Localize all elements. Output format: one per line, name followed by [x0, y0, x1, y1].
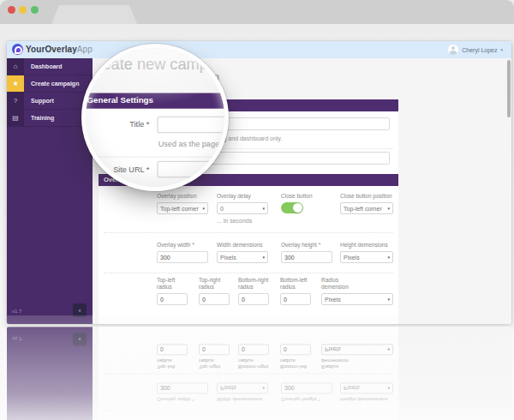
- height-dimensions-label: Height demensions: [340, 242, 393, 249]
- minimize-window-icon[interactable]: [19, 6, 27, 14]
- lens-content: YourOverlayApp Cheryl Lopez ▾ ⌂ Dashboar…: [86, 48, 224, 187]
- book-icon: ▤: [7, 110, 24, 126]
- radius-dimension-select[interactable]: Pixels▾: [321, 293, 393, 305]
- width-dimensions-label: Width demensions: [217, 242, 268, 249]
- overlay-delay-select[interactable]: 0▾: [217, 202, 268, 214]
- chevron-down-icon: ▾: [500, 47, 503, 52]
- field-radius-dimension: Radius demension Pixels▾: [321, 277, 393, 305]
- field-overlay-position: Overlay position Top-left corner▾: [157, 193, 208, 214]
- caret-down-icon: ▾: [262, 255, 265, 260]
- overlay-row-position: Overlay position Top-left corner▾ Overla…: [99, 193, 398, 236]
- sidebar-item-label: Create campaign: [24, 75, 93, 92]
- logo-text-light: App: [77, 45, 93, 54]
- close-button-toggle[interactable]: [281, 202, 303, 213]
- close-window-icon[interactable]: [8, 6, 15, 14]
- field-close-button: Close button: [281, 193, 334, 213]
- caret-down-icon: ▾: [262, 206, 265, 211]
- sidebar-item-dashboard[interactable]: ⌂ Dashboard: [7, 58, 93, 75]
- sidebar-item-support[interactable]: ? Support: [7, 93, 93, 110]
- main-content: Create new campaign General Settings Tit…: [86, 48, 224, 187]
- radius-top-left-label: Top-left radius: [157, 277, 188, 291]
- field-radius-top-left: Top-left radius: [157, 277, 188, 305]
- radius-top-right-label: Top-right radius: [199, 277, 230, 291]
- close-button-position-label: Close button position: [340, 193, 393, 200]
- question-icon: ?: [7, 93, 24, 109]
- app-window: YourOverlayApp Cheryl Lopez ▾ ⌂ Dashboar…: [86, 48, 224, 187]
- caret-down-icon: ▾: [387, 255, 390, 260]
- row-divider: [87, 157, 225, 158]
- maximize-window-icon[interactable]: [31, 6, 39, 14]
- overlay-position-select[interactable]: Top-left corner▾: [157, 202, 208, 214]
- overlay-position-label: Overlay position: [157, 193, 208, 200]
- marketing-canvas: YourOverlayApp Cheryl Lopez ▾ ⌂ Dashboar…: [0, 0, 514, 420]
- height-dimensions-select[interactable]: Pixels▾: [340, 251, 393, 263]
- browser-titlebar: [0, 0, 514, 24]
- star-icon: ★: [7, 75, 24, 92]
- field-radius-top-right: Top-right radius: [199, 277, 230, 305]
- close-button-label: Close button: [281, 193, 334, 200]
- field-height-dimensions: Height demensions Pixels▾: [340, 242, 393, 263]
- chevron-left-icon: ‹: [79, 307, 81, 315]
- caret-down-icon: ▾: [387, 297, 390, 302]
- overlay-delay-label: Overlay delay: [217, 193, 268, 200]
- app-header: YourOverlayApp Cheryl Lopez ▾: [7, 41, 511, 58]
- title-input: [157, 117, 224, 134]
- overlay-height-input[interactable]: [281, 251, 332, 263]
- sidebar: ⌂ Dashboard ★ Create campaign ? Support …: [7, 58, 93, 324]
- app-logo: YourOverlayApp: [12, 44, 93, 55]
- sidebar-item-label: Dashboard: [24, 58, 93, 75]
- overlay-row-radius: Top-left radius Top-right radius Bottom-…: [99, 277, 398, 320]
- radius-bottom-left-input[interactable]: [280, 293, 311, 305]
- user-menu[interactable]: Cheryl Lopez ▾: [448, 45, 503, 55]
- radius-top-left-input[interactable]: [157, 293, 188, 305]
- scrollbar-thumb[interactable]: [507, 60, 511, 117]
- radius-dimension-label: Radius demension: [321, 277, 361, 291]
- overlay-delay-help: ... in seconds: [217, 218, 268, 224]
- field-overlay-height: Overlay height *: [281, 242, 332, 263]
- app-logo-icon: [12, 44, 23, 55]
- title-label: Title *: [86, 120, 149, 128]
- app-version: v1.7: [12, 309, 21, 314]
- row-divider: [104, 232, 393, 233]
- window-reflection: YourOverlayApp Cheryl Lopez ▾ ⌂ Dashboar…: [7, 315, 511, 420]
- home-icon: ⌂: [7, 58, 24, 75]
- section-header-general: General Settings: [86, 93, 224, 109]
- title-help-text: Used as the page title tag and dashboard…: [158, 140, 224, 147]
- caret-down-icon: ▾: [387, 206, 390, 211]
- magnifier-lens: YourOverlayApp Cheryl Lopez ▾ ⌂ Dashboar…: [81, 44, 229, 191]
- app-logo-text: YourOverlayApp: [26, 45, 93, 54]
- radius-bottom-right-input[interactable]: [238, 293, 269, 305]
- logo-text-bold: YourOverlay: [26, 45, 77, 54]
- overlay-height-label: Overlay height *: [281, 242, 332, 249]
- user-avatar-icon: [448, 45, 458, 55]
- sidebar-item-training[interactable]: ▤ Training: [7, 110, 93, 127]
- overlay-width-label: Overlay width *: [157, 242, 208, 249]
- radius-bottom-left-label: Bottom-left radius: [280, 277, 313, 291]
- app-window: YourOverlayApp Cheryl Lopez ▾ ⌂ Dashboar…: [7, 41, 511, 324]
- row-divider: [104, 273, 393, 273]
- browser-tab[interactable]: [51, 5, 137, 24]
- field-overlay-width: Overlay width *: [157, 242, 208, 263]
- radius-bottom-right-label: Bottom-right radius: [238, 277, 272, 291]
- field-overlay-delay: Overlay delay 0▾ ... in seconds: [217, 193, 268, 224]
- campaign-form: General Settings Title * Used as the pag…: [86, 93, 224, 188]
- width-dimensions-select[interactable]: Pixels▾: [217, 251, 268, 263]
- field-radius-bottom-right: Bottom-right radius: [238, 277, 272, 305]
- reflection-fade: [7, 315, 511, 420]
- field-width-dimensions: Width demensions Pixels▾: [217, 242, 268, 263]
- field-radius-bottom-left: Bottom-left radius: [280, 277, 313, 305]
- overlay-width-input[interactable]: [157, 251, 208, 263]
- radius-top-right-input[interactable]: [199, 293, 230, 305]
- sidebar-item-create-campaign[interactable]: ★ Create campaign: [7, 75, 93, 93]
- caret-down-icon: ▾: [202, 206, 205, 211]
- field-close-button-position: Close button position Top-left corner▾: [340, 193, 393, 214]
- user-name: Cheryl Lopez: [462, 47, 497, 53]
- close-button-position-select[interactable]: Top-left corner▾: [340, 202, 393, 214]
